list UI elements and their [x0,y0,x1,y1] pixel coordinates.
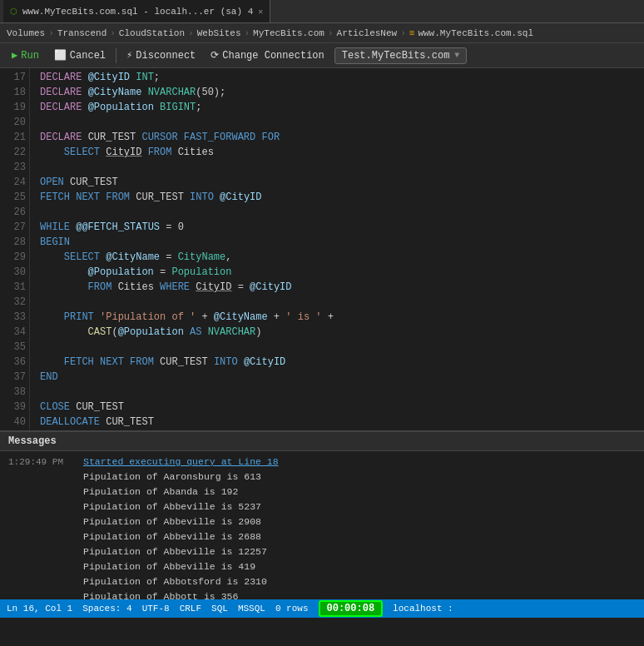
line-num-19: 19 [3,100,26,115]
run-label: Run [21,50,39,62]
status-bar: Ln 16, Col 1 Spaces: 4 UTF-8 CRLF SQL MS… [0,599,644,618]
sep5: › [328,28,334,38]
message-text-4: Pipulation of Abbeville is 2688 [83,529,261,544]
line-num-25: 25 [3,190,26,205]
line-num-28: 28 [3,235,26,250]
divider1 [116,48,116,63]
status-spaces: Spaces: 4 [82,604,131,614]
line-num-38: 38 [3,385,26,400]
sep1: › [48,28,54,38]
code-line-17: DECLARE @CityID INT; [40,70,634,85]
code-line-29: SELECT @CityName = CityName, [40,250,634,265]
line-num-26: 26 [3,205,26,220]
disconnect-button[interactable]: ⚡ Disconnect [121,47,201,63]
disconnect-icon: ⚡ [126,49,132,62]
status-dialect: MSSQL [238,604,265,614]
breadcrumb-mytecbits[interactable]: MyTecBits.com [253,28,324,38]
code-line-21: DECLARE CUR_TEST CURSOR FAST_FORWARD FOR [40,130,634,145]
line-num-27: 27 [3,220,26,235]
line-num-32: 32 [3,295,26,310]
breadcrumb-file[interactable]: www.MyTecBits.com.sql [418,28,533,38]
message-started-link[interactable]: Started executing query at Line 18 [83,455,279,470]
file-icon: ≡ [409,28,415,38]
message-time-1 [8,484,83,499]
message-text-6: Pipulation of Abbeville is 419 [83,559,255,574]
status-encoding: UTF-8 [142,604,170,614]
sep6: › [400,28,406,38]
line-num-39: 39 [3,400,26,415]
cancel-label: Cancel [70,50,106,62]
connection-value: Test.MyTecBits.com [342,50,450,62]
breadcrumb-websites[interactable]: WebSites [197,28,241,38]
code-line-18: DECLARE @CityName NVARCHAR(50); [40,85,634,100]
breadcrumb-transcend[interactable]: Transcend [57,28,107,38]
code-line-33: PRINT 'Pipulation of ' + @CityName + ' i… [40,310,634,325]
change-connection-label: Change Connection [222,50,324,62]
code-line-39: CLOSE CUR_TEST [40,400,634,415]
sql-icon: ⬡ [10,7,17,17]
code-line-28: BEGIN [40,235,634,250]
line-num-36: 36 [3,355,26,370]
line-num-22: 22 [3,145,26,160]
run-button[interactable]: ▶ Run [7,47,44,63]
active-tab[interactable]: ⬡ www.MyTecBits.com.sql - localh...er (s… [3,0,270,22]
message-row-1: Pipulation of Abanda is 192 [0,484,644,499]
status-line-ending: CRLF [180,604,201,614]
status-ln: Ln 16, Col 1 [7,604,72,614]
code-line-20 [40,115,634,130]
line-num-20: 20 [3,115,26,130]
change-connection-button[interactable]: ⟳ Change Connection [206,47,329,63]
message-row-0: Pipulation of Aaronsburg is 613 [0,470,644,484]
line-num-18: 18 [3,85,26,100]
breadcrumb: Volumes › Transcend › CloudStation › Web… [0,23,644,43]
messages-header: Messages [0,432,644,451]
message-time-5 [8,544,83,559]
message-row-8: Pipulation of Abbott is 356 [0,589,644,599]
code-line-23 [40,160,634,175]
status-timer: 00:00:08 [319,600,384,617]
editor-area: 17 18 19 20 21 22 23 24 25 26 27 28 29 3… [0,68,644,430]
tab-bar: ⬡ www.MyTecBits.com.sql - localh...er (s… [0,0,644,23]
line-numbers: 17 18 19 20 21 22 23 24 25 26 27 28 29 3… [0,68,30,430]
message-text-3: Pipulation of Abbeville is 2908 [83,514,261,529]
code-line-19: DECLARE @Population BIGINT; [40,100,634,115]
message-time-0 [8,470,83,484]
line-num-40: 40 [3,415,26,430]
line-num-21: 21 [3,130,26,145]
code-line-22: SELECT CityID FROM Cities [40,145,634,160]
code-line-38 [40,385,634,400]
line-num-34: 34 [3,325,26,340]
code-line-32 [40,295,634,310]
code-line-27: WHILE @@FETCH_STATUS = 0 [40,220,634,235]
message-time-6 [8,559,83,574]
line-num-30: 30 [3,265,26,280]
breadcrumb-cloudstation[interactable]: CloudStation [119,28,185,38]
tab-close-button[interactable]: ✕ [258,7,263,17]
code-editor[interactable]: DECLARE @CityID INT; DECLARE @CityName N… [30,68,644,430]
code-line-35 [40,340,634,355]
sep3: › [188,28,194,38]
code-line-36: FETCH NEXT FROM CUR_TEST INTO @CityID [40,355,634,370]
tab-title: www.MyTecBits.com.sql - localh...er (sa)… [22,7,253,17]
message-time-8 [8,589,83,599]
cancel-icon: ⬜ [54,49,67,62]
line-num-41: 41 [3,430,26,430]
connection-dropdown[interactable]: Test.MyTecBits.com ▼ [334,47,468,64]
message-text-7: Pipulation of Abbotsford is 2310 [83,574,267,589]
status-host: localhost : [393,604,453,614]
line-num-24: 24 [3,175,26,190]
message-text-0: Pipulation of Aaronsburg is 613 [83,470,261,484]
status-language: SQL [211,604,228,614]
code-line-30: @Population = Population [40,265,634,280]
disconnect-label: Disconnect [136,50,196,62]
breadcrumb-articlesnew[interactable]: ArticlesNew [337,28,398,38]
line-num-23: 23 [3,160,26,175]
code-line-37: END [40,370,634,385]
message-row-3: Pipulation of Abbeville is 2908 [0,514,644,529]
code-line-24: OPEN CUR_TEST [40,175,634,190]
message-time-3 [8,514,83,529]
code-line-31: FROM Cities WHERE CityID = @CityID [40,280,634,295]
breadcrumb-volumes[interactable]: Volumes [7,28,45,38]
line-num-35: 35 [3,340,26,355]
cancel-button[interactable]: ⬜ Cancel [49,47,111,63]
